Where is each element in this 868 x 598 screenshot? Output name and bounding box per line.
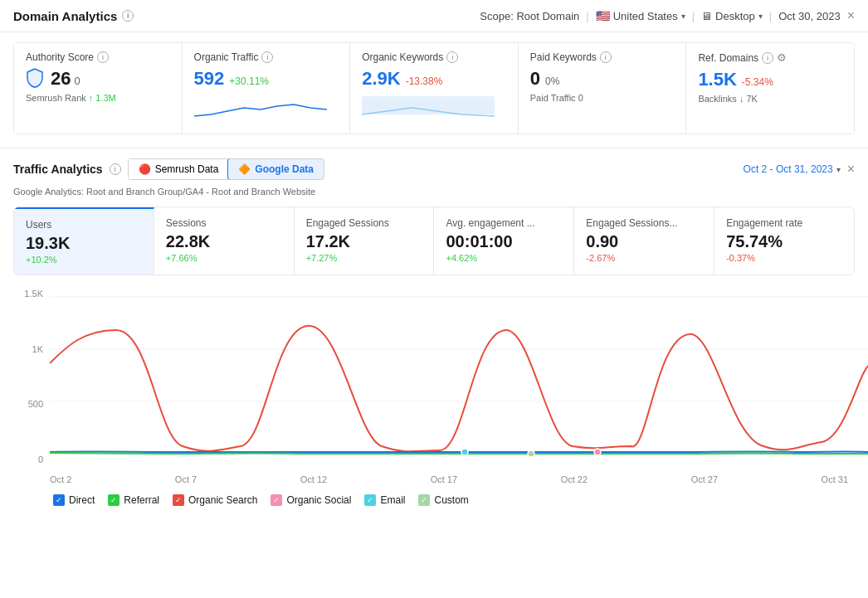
- x-label-oct27: Oct 27: [691, 474, 718, 484]
- referral-line: [50, 453, 868, 454]
- semrush-rank: Semrush Rank ↑ 1.3M: [26, 93, 170, 103]
- page-title: Domain Analytics: [13, 9, 117, 23]
- country-selector[interactable]: 🇺🇸 United States ▾: [596, 9, 685, 22]
- ref-domains-label: Ref. Domains i ⚙: [698, 51, 842, 64]
- chart-x-axis: Oct 2 Oct 7 Oct 12 Oct 17 Oct 22 Oct 27 …: [50, 471, 848, 484]
- chart-area: 1.5K 1K 500 0: [13, 289, 855, 484]
- legend-custom-color: ✓: [418, 494, 430, 506]
- paid-keywords-value: 0: [530, 68, 540, 90]
- legend-custom-label: Custom: [434, 494, 468, 506]
- header: Domain Analytics i Scope: Root Domain | …: [0, 0, 868, 32]
- organic-traffic-info-icon[interactable]: i: [261, 51, 273, 63]
- organic-keywords-label: Organic Keywords i: [362, 51, 506, 63]
- header-close-button[interactable]: ×: [847, 8, 855, 23]
- traffic-header: Traffic Analytics i 🔴 Semrush Data 🔶 Goo…: [13, 158, 855, 180]
- shield-icon: [26, 68, 44, 90]
- sep1: |: [586, 10, 588, 22]
- metrics-row: Authority Score i 26 0 Semrush Rank ↑ 1.…: [13, 42, 855, 134]
- stat-value-sessions: 22.8K: [166, 232, 282, 251]
- chart-container: 1.5K 1K 500 0: [20, 289, 848, 484]
- paid-keywords-info-icon[interactable]: i: [600, 51, 612, 63]
- paid-keywords-value-group: 0 0%: [530, 68, 675, 90]
- ref-domains-card: Ref. Domains i ⚙ 1.5K -5.34% Backlinks ↓…: [686, 43, 854, 134]
- authority-score-card: Authority Score i 26 0 Semrush Rank ↑ 1.…: [14, 43, 183, 134]
- traffic-close-button[interactable]: ×: [847, 162, 855, 177]
- chart-svg-container: Oct 2 Oct 7 Oct 12 Oct 17 Oct 22 Oct 27 …: [50, 289, 848, 484]
- legend-email[interactable]: ✓ Email: [364, 494, 405, 506]
- legend-referral-label: Referral: [124, 494, 159, 506]
- stat-value-users: 19.3K: [26, 234, 142, 253]
- ref-domains-value: 1.5K: [698, 69, 736, 90]
- semrush-data-button[interactable]: 🔴 Semrush Data: [129, 159, 229, 179]
- paid-traffic-sub: Paid Traffic 0: [530, 93, 675, 103]
- authority-info-icon[interactable]: i: [97, 51, 109, 63]
- data-source-toggle: 🔴 Semrush Data 🔶 Google Data: [128, 158, 324, 180]
- ref-domains-info-icon[interactable]: i: [762, 52, 773, 64]
- stat-change-engaged-sessions: +7.27%: [306, 253, 422, 263]
- x-label-oct7: Oct 7: [175, 474, 197, 484]
- organic-traffic-sparkline: [194, 93, 327, 123]
- custom-dot-mid: [528, 450, 534, 457]
- stat-card-users[interactable]: Users 19.3K +10.2%: [14, 207, 154, 275]
- stat-change-engagement-rate: -0.37%: [726, 253, 842, 263]
- legend-organic-social[interactable]: ✓ Organic Social: [271, 494, 351, 506]
- stat-value-engagement-rate: 75.74%: [726, 232, 842, 251]
- stats-row: Users 19.3K +10.2% Sessions 22.8K +7.66%…: [13, 207, 855, 275]
- authority-score-number: 26: [51, 68, 71, 90]
- stat-label-engaged-sessions-rate: Engaged Sessions...: [586, 217, 702, 229]
- stat-change-users: +10.2%: [26, 255, 142, 265]
- chart-y-axis: 1.5K 1K 500 0: [20, 289, 46, 464]
- stat-card-engagement-rate[interactable]: Engagement rate 75.74% -0.37%: [714, 207, 854, 275]
- google-icon: 🔶: [238, 163, 251, 175]
- stat-card-engaged-sessions-rate[interactable]: Engaged Sessions... 0.90 -2.67%: [574, 207, 714, 275]
- organic-traffic-value: 592: [194, 68, 225, 90]
- ref-domains-settings-icon[interactable]: ⚙: [777, 51, 787, 64]
- authority-number-group: 26 0: [51, 68, 80, 90]
- legend-organic-search[interactable]: ✓ Organic Search: [173, 494, 257, 506]
- country-label: United States: [613, 10, 678, 22]
- header-controls: Scope: Root Domain | 🇺🇸 United States ▾ …: [480, 8, 855, 23]
- traffic-info-icon[interactable]: i: [110, 163, 121, 175]
- organic-traffic-label: Organic Traffic i: [194, 51, 339, 63]
- monitor-icon: 🖥: [701, 10, 712, 22]
- header-date: Oct 30, 2023: [778, 10, 840, 22]
- sep3: |: [769, 10, 772, 22]
- stat-card-engaged-sessions[interactable]: Engaged Sessions 17.2K +7.27%: [295, 207, 435, 275]
- ref-domains-value-group: 1.5K -5.34%: [698, 69, 842, 90]
- x-label-oct17: Oct 17: [431, 474, 457, 484]
- legend-email-color: ✓: [364, 494, 376, 506]
- stat-change-avg-engagement: +4.62%: [446, 253, 562, 263]
- google-data-button[interactable]: 🔶 Google Data: [227, 158, 324, 180]
- x-label-oct2: Oct 2: [50, 474, 71, 484]
- legend-direct[interactable]: ✓ Direct: [53, 494, 95, 506]
- stat-label-engagement-rate: Engagement rate: [726, 217, 842, 229]
- main-chart-svg: [50, 289, 868, 471]
- legend-custom[interactable]: ✓ Custom: [418, 494, 468, 506]
- stat-value-engaged-sessions: 17.2K: [306, 232, 422, 251]
- stat-label-avg-engagement: Avg. engagement ...: [446, 217, 562, 229]
- title-info-icon[interactable]: i: [122, 10, 134, 22]
- social-dot-mid: [594, 449, 601, 455]
- organic-traffic-value-group: 592 +30.11%: [194, 68, 339, 90]
- legend-referral-color: ✓: [108, 494, 119, 506]
- authority-score-value-group: 26 0: [26, 68, 170, 90]
- organic-keywords-info-icon[interactable]: i: [446, 51, 458, 63]
- legend-direct-color: ✓: [53, 494, 65, 506]
- organic-keywords-value-group: 2.9K -13.38%: [362, 68, 506, 90]
- flag-icon: 🇺🇸: [596, 9, 610, 22]
- device-selector[interactable]: 🖥 Desktop ▾: [701, 10, 763, 22]
- traffic-title-group: Traffic Analytics i 🔴 Semrush Data 🔶 Goo…: [13, 158, 324, 180]
- traffic-section: Traffic Analytics i 🔴 Semrush Data 🔶 Goo…: [0, 148, 868, 516]
- date-range-selector[interactable]: Oct 2 - Oct 31, 2023 ▾: [744, 163, 841, 175]
- stat-card-avg-engagement[interactable]: Avg. engagement ... 00:01:00 +4.62%: [434, 207, 574, 275]
- authority-score-sub: 0: [74, 75, 80, 87]
- legend-organic-search-color: ✓: [173, 494, 184, 506]
- traffic-section-title: Traffic Analytics: [13, 163, 103, 176]
- stat-label-engaged-sessions: Engaged Sessions: [306, 217, 422, 229]
- organic-search-line: [50, 326, 868, 451]
- stat-change-engaged-sessions-rate: -2.67%: [586, 253, 702, 263]
- stat-card-sessions[interactable]: Sessions 22.8K +7.66%: [154, 207, 295, 275]
- legend-referral[interactable]: ✓ Referral: [108, 494, 159, 506]
- date-range-arrow: ▾: [836, 165, 841, 174]
- y-label-1k: 1K: [20, 344, 43, 354]
